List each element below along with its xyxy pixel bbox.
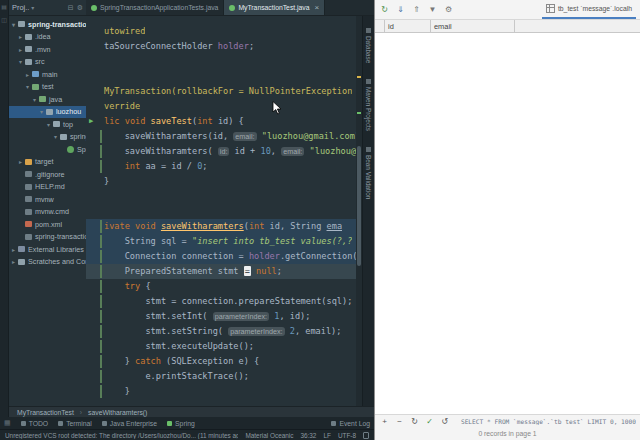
tree-item-target[interactable]: ▸target	[9, 156, 86, 169]
tree-item-test[interactable]: ▾test	[9, 81, 86, 94]
code-line[interactable]: saveWitharamters( id: id + 10, email: "l…	[86, 144, 356, 159]
tree-arrow-icon[interactable]: ▾	[31, 96, 38, 103]
favorites-tool-icon[interactable]: ◫	[1, 17, 7, 24]
tree-arrow-icon[interactable]: ▸	[17, 33, 24, 40]
toolwindow-spring[interactable]: Spring	[167, 420, 195, 427]
code-line[interactable]: stmt.executeUpdate();	[86, 339, 356, 354]
tree-item-spring[interactable]: Spring...	[9, 143, 86, 156]
code-area[interactable]: utowiredtaSourceConnectHolder holder;MyT…	[86, 16, 356, 406]
toolwindow-todo[interactable]: TODO	[21, 420, 49, 427]
tree-arrow-icon[interactable]: ▾	[10, 21, 17, 28]
tree-item-external-libraries[interactable]: ▸External Libraries	[9, 243, 86, 256]
code-line[interactable]: e.printStackTrace();	[86, 369, 356, 384]
run-icon[interactable]: ▶	[89, 114, 93, 129]
collapse-all-icon[interactable]: ⊟	[68, 4, 74, 12]
toolwindow-java-enterprise[interactable]: Java Enterprise	[102, 420, 157, 427]
tree-arrow-icon[interactable]: ▾	[45, 121, 52, 128]
reload-icon[interactable]: ↻	[379, 4, 390, 16]
scrollbar-thumb[interactable]	[357, 146, 361, 266]
code-line[interactable]: taSourceConnectHolder holder;	[86, 39, 356, 54]
caret-position[interactable]: 36:32	[300, 432, 316, 439]
code-line[interactable]	[86, 204, 356, 219]
column-header-email[interactable]: email	[431, 20, 515, 32]
tab-mytransactiontest[interactable]: MyTransactionTest.java ×	[224, 0, 325, 15]
tree-item-mvn[interactable]: ▸.mvn	[9, 43, 86, 56]
reload-page-icon[interactable]: ↻	[409, 415, 420, 427]
tree-arrow-icon[interactable]: ▾	[52, 133, 59, 140]
breadcrumb-method[interactable]: saveWitharamters()	[88, 409, 147, 416]
code-line[interactable]: PreparedStatement stmt = null;	[86, 264, 356, 279]
code-line[interactable]: stmt = connection.prepareStatement(sql);	[86, 294, 356, 309]
code-line[interactable]: saveWitharamters(id, email: "luozhou@gma…	[86, 129, 356, 144]
upload-rows-icon[interactable]: ⇑	[411, 4, 422, 16]
code-line[interactable]: ivate void saveWitharamters(int id, Stri…	[86, 219, 356, 234]
settings-icon[interactable]: ⚙	[443, 4, 454, 16]
tree-item-java[interactable]: ▾java	[9, 93, 86, 106]
tree-item-scratches-and-consoles[interactable]: ▸Scratches and Consoles	[9, 256, 86, 269]
code-line[interactable]: Connection connection = holder.getConnec…	[86, 249, 356, 264]
tree-item-spring-transaction[interactable]: spring-transaction...	[9, 231, 86, 244]
tree-item-spring-transaction[interactable]: ▾spring-transaction	[9, 18, 86, 31]
tree-arrow-icon[interactable]: ▸	[10, 258, 17, 265]
code-line[interactable]: ▶lic void saveTest(int id) {	[86, 114, 356, 129]
code-line[interactable]: }	[86, 174, 356, 189]
tree-item-main[interactable]: ▸main	[9, 68, 86, 81]
code-line[interactable]	[86, 54, 356, 69]
tree-item-spring[interactable]: ▾spring...	[9, 131, 86, 144]
db-grid-body[interactable]	[375, 33, 640, 414]
code-line[interactable]: MyTransaction(rollbackFor = NullPointerE…	[86, 84, 356, 99]
tool-stripe-bean-validation[interactable]: Bean Validation	[365, 147, 372, 199]
code-line[interactable]: stmt.setString( parameterIndex: 2, email…	[86, 324, 356, 339]
code-line[interactable]	[86, 69, 356, 84]
tree-arrow-icon[interactable]: ▸	[24, 71, 31, 78]
tree-arrow-icon[interactable]: ▸	[17, 46, 24, 53]
tree-arrow-icon[interactable]: ▸	[17, 158, 24, 165]
code-line[interactable]: int aa = id / 0;	[86, 159, 356, 174]
file-encoding[interactable]: UTF-8	[338, 432, 356, 439]
code-line[interactable]: try {	[86, 279, 356, 294]
code-line[interactable]: verride	[86, 99, 356, 114]
tree-arrow-icon[interactable]: ▸	[10, 246, 17, 253]
code-line[interactable]: utowired	[86, 24, 356, 39]
sql-statement[interactable]: SELECT * FROM `message`.`tb_test` LIMIT …	[461, 418, 636, 425]
revert-icon[interactable]: ↺	[439, 415, 450, 427]
lock-icon[interactable]	[363, 432, 369, 439]
tree-arrow-icon[interactable]: ▾	[17, 58, 24, 65]
settings-icon[interactable]: ⚙	[77, 4, 83, 12]
breadcrumb-class[interactable]: MyTransactionTest	[17, 409, 74, 416]
filter-icon[interactable]: ▼	[427, 4, 438, 16]
tool-stripe-database[interactable]: Database	[365, 28, 372, 63]
tab-springtransactionapplicationtests[interactable]: SpringTransactionApplicationTests.java	[86, 0, 224, 15]
db-table-tab[interactable]: tb_test `message`.localh	[542, 0, 636, 19]
download-rows-icon[interactable]: ⇓	[395, 4, 406, 16]
project-tool-icon[interactable]: ▤	[1, 4, 7, 11]
tree-item-help-md[interactable]: HELP.md	[9, 181, 86, 194]
add-row-icon[interactable]: +	[379, 415, 390, 427]
code-line[interactable]: }	[86, 384, 356, 399]
tree-item-gitignore[interactable]: .gitignore	[9, 168, 86, 181]
tree-item-mvnw-cmd[interactable]: mvnw.cmd	[9, 206, 86, 219]
tree-item-idea[interactable]: ▸.idea	[9, 31, 86, 44]
tree-item-src[interactable]: ▾src	[9, 56, 86, 69]
submit-icon[interactable]: ✓	[424, 415, 435, 427]
status-message[interactable]: Unregistered VCS root detected: The dire…	[5, 432, 238, 439]
column-header-id[interactable]: id	[385, 20, 431, 32]
project-selector[interactable]: Proj.. ▾ ⊟⚙	[9, 0, 86, 15]
tree-arrow-icon[interactable]: ▾	[24, 83, 31, 90]
tree-arrow-icon[interactable]: ▾	[38, 108, 45, 115]
line-separator[interactable]: LF	[323, 432, 330, 439]
toolwindow-terminal[interactable]: Terminal	[58, 420, 92, 427]
tree-item-pom-xml[interactable]: pom.xml	[9, 218, 86, 231]
code-line[interactable]: String sql = "insert into tb_test values…	[86, 234, 356, 249]
toolwindow-event-log[interactable]: Event Log	[331, 420, 370, 427]
code-line[interactable]	[86, 189, 356, 204]
theme-name[interactable]: Material Oceanic	[245, 432, 293, 439]
tree-item-top[interactable]: ▾top	[9, 118, 86, 131]
delete-row-icon[interactable]: −	[394, 415, 405, 427]
tree-item-mvnw[interactable]: mvnw	[9, 193, 86, 206]
tree-item-luozhou[interactable]: ▾luozhou	[9, 106, 86, 119]
close-tab-icon[interactable]: ×	[315, 3, 320, 12]
code-line[interactable]: } catch (SQLException e) {	[86, 354, 356, 369]
code-line[interactable]: stmt.setInt( parameterIndex: 1, id);	[86, 309, 356, 324]
toolwindow-switcher-icon[interactable]: ▦	[4, 419, 11, 427]
